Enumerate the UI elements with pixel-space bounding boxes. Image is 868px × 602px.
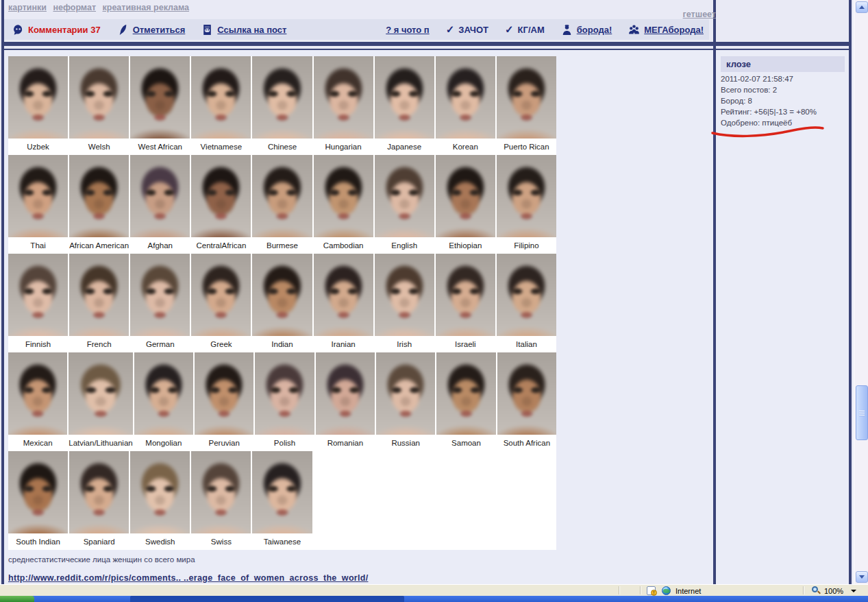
average-face-image (130, 254, 190, 336)
beard-label: борода! (577, 25, 612, 35)
average-face-image (252, 155, 312, 237)
toolbar-bottom-bar (1, 42, 852, 46)
checkin-label: Отметиться (133, 25, 186, 35)
face-cell: Greek (191, 254, 251, 352)
face-label: Mongolian (134, 435, 193, 451)
post-sidebar: клозе 2011-02-07 21:58:47 Всего постов: … (716, 50, 849, 584)
face-label: Irish (375, 336, 434, 352)
face-label: Vietnamese (191, 139, 251, 155)
face-cell: French (69, 254, 129, 352)
comments-button[interactable]: Комментарии 37 (12, 24, 101, 36)
face-cell: Cambodian (314, 155, 373, 254)
average-face-image (252, 451, 312, 533)
permalink-button[interactable]: Ссылка на пост (201, 24, 286, 36)
face-cell: African American (69, 155, 129, 254)
frame-border-right (849, 0, 852, 584)
face-label: Peruvian (195, 435, 253, 451)
face-cell: South African (497, 352, 556, 451)
zachot-button[interactable]: ✓ ЗАЧОТ (446, 23, 488, 36)
face-label: Welsh (69, 139, 129, 155)
average-face-image (191, 56, 251, 139)
scrollbar-thumb[interactable] (856, 385, 868, 440)
face-cell: Italian (497, 254, 556, 352)
face-label: Filipino (497, 237, 556, 254)
zoom-control[interactable]: 100% (812, 586, 856, 595)
face-label: Afghan (130, 237, 190, 254)
user-stat-rating: Рейтинг: +56|5|-13 = +80% (721, 108, 845, 116)
face-cell: Peruvian (195, 352, 253, 451)
face-label: Israeli (436, 336, 495, 352)
permalink-label: Ссылка на пост (217, 25, 286, 35)
arrow-down-icon (859, 575, 865, 579)
face-label: French (69, 336, 129, 352)
nav-link-neformat[interactable]: неформат (53, 3, 96, 12)
average-face-image (252, 56, 312, 139)
vertical-scrollbar[interactable] (854, 0, 868, 584)
face-cell: Thai (8, 155, 68, 254)
active-task-button[interactable] (130, 596, 404, 602)
face-cell: Iranian (314, 254, 373, 352)
post-caption: среднестатистические лица женщин со всег… (8, 555, 195, 564)
start-button[interactable] (0, 596, 34, 602)
windows-taskbar[interactable] (0, 596, 868, 602)
top-right-link-wrap: гетшеет (683, 10, 720, 19)
username-link[interactable]: клозе (721, 56, 845, 72)
average-face-image (130, 451, 190, 533)
person-icon (561, 24, 573, 36)
face-cell: Russian (376, 352, 435, 451)
average-face-image (497, 56, 556, 139)
scrollbar-grip (859, 411, 865, 416)
face-label: Iranian (314, 336, 373, 352)
face-label: Korean (436, 139, 495, 155)
beard-button[interactable]: борода! (561, 24, 612, 36)
face-label: Puerto Rican (497, 139, 556, 155)
face-label: Indian (252, 336, 312, 352)
average-faces-image-panel: UzbekWelshWest AfricanVietnameseChineseH… (8, 56, 556, 550)
zoom-level-label: 100% (824, 587, 843, 595)
face-label: Burmese (252, 237, 312, 254)
checkin-button[interactable]: Отметиться (117, 24, 186, 36)
scroll-down-button[interactable] (856, 571, 868, 583)
statusbar-separator (803, 586, 804, 594)
average-face-image (314, 56, 373, 139)
average-face-image (8, 254, 68, 336)
average-face-image (436, 254, 495, 336)
face-label: Russian (376, 435, 435, 451)
face-label: Italian (497, 336, 556, 352)
average-face-image (130, 56, 190, 139)
average-face-image (134, 352, 193, 435)
security-zone-label: Internet (675, 587, 701, 595)
scroll-up-button[interactable] (856, 1, 868, 13)
average-face-image (8, 155, 68, 237)
average-face-image (8, 451, 68, 533)
face-label: Cambodian (314, 237, 373, 254)
face-cell: Romanian (316, 352, 375, 451)
face-label: Spaniard (69, 533, 129, 550)
average-face-image (436, 155, 495, 237)
zoom-dropdown-arrow-icon[interactable] (851, 590, 856, 592)
nav-link-pictures[interactable]: картинки (8, 3, 47, 12)
security-warning-icon[interactable]: ! (647, 586, 656, 595)
reddit-source-link[interactable]: http://www.reddit.com/r/pics/comments.. … (8, 573, 368, 583)
question-button[interactable]: ? я чото п (386, 25, 430, 35)
average-face-image (191, 254, 251, 336)
average-face-image (69, 254, 129, 336)
average-face-image (8, 56, 68, 139)
average-face-image (69, 56, 129, 139)
average-face-image (252, 254, 312, 336)
face-label: Swiss (191, 533, 251, 550)
face-cell: Israeli (436, 254, 495, 352)
face-label: Swedish (130, 533, 190, 550)
face-cell: Swiss (191, 451, 251, 550)
face-cell: CentralAfrican (191, 155, 251, 254)
average-face-image (191, 451, 251, 533)
kgam-button[interactable]: ✓ КГ/АМ (505, 23, 545, 36)
average-face-image (314, 155, 373, 237)
comments-label: Комментарии (28, 25, 88, 35)
face-cell: Mongolian (134, 352, 193, 451)
getsheet-link[interactable]: гетшеет (683, 10, 716, 19)
face-cell: Ethiopian (436, 155, 495, 254)
face-cell: Vietnamese (191, 56, 251, 155)
megabeard-button[interactable]: МЕГАборода! (628, 24, 704, 36)
nav-link-creative-ads[interactable]: креативная реклама (103, 3, 189, 12)
